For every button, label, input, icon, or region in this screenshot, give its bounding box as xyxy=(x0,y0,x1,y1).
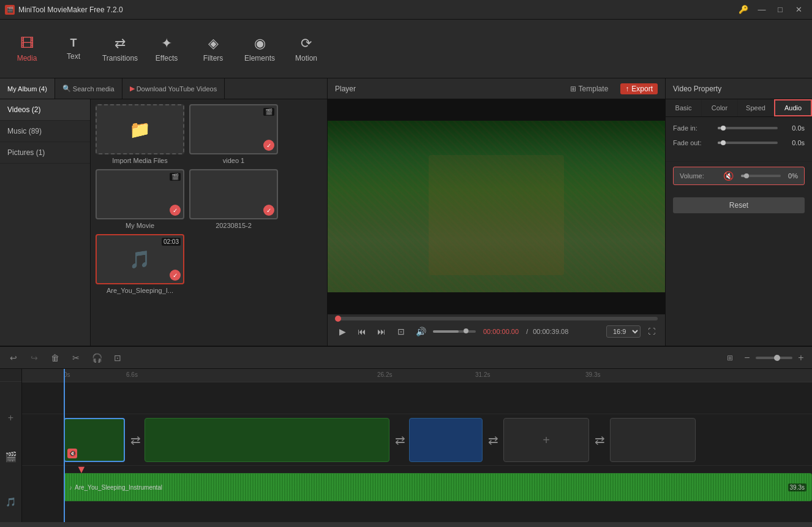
toolbar-media[interactable]: 🎞 Media xyxy=(5,25,49,74)
volume-label: Volume: xyxy=(680,172,720,180)
snapshot-btn[interactable]: ⊡ xyxy=(394,324,408,339)
tab-search-media[interactable]: 🔍 Search media xyxy=(55,78,122,99)
timeline-tracks: 0s 6.6s 26.2s 31.2s 39.3s 🔇 xyxy=(22,369,812,522)
player-area: Player ⊞ Template ↑ Export xyxy=(328,78,665,346)
toolbar-text[interactable]: T Text xyxy=(51,25,96,74)
music-duration: 02:03 xyxy=(162,238,181,246)
import-label: Import Media Files xyxy=(112,157,167,164)
empty-clip-2[interactable] xyxy=(610,418,696,462)
volume-section: Volume: 🔇 0% xyxy=(666,162,812,190)
prev-btn[interactable]: ⏮ xyxy=(355,324,369,339)
toolbar-filters[interactable]: ◈ Filters xyxy=(191,25,235,74)
close-btn[interactable]: ✕ xyxy=(790,4,807,16)
tab-youtube[interactable]: ▶ Download YouTube Videos xyxy=(122,78,225,99)
balloon-clip[interactable] xyxy=(145,418,389,462)
video-track-row: 🔇 ⇄ ⇄ xyxy=(22,414,812,466)
search-label: Search media xyxy=(73,85,115,93)
timeline-scrollbar[interactable] xyxy=(0,522,812,527)
vol-prop-dot xyxy=(744,173,749,178)
tab-my-album[interactable]: My Album (4) xyxy=(0,78,55,99)
mymovie-item[interactable]: 🎬 ✓ My Movie xyxy=(96,169,184,229)
next-btn[interactable]: ⏭ xyxy=(374,324,389,339)
window-controls: 🔑 — □ ✕ xyxy=(735,4,807,16)
import-media-item[interactable]: 📁 Import Media Files xyxy=(96,104,184,164)
vol-fill xyxy=(433,330,459,333)
video-badge: 🎬 xyxy=(263,108,274,116)
transitions-label: Transitions xyxy=(102,54,138,63)
mute-icon[interactable]: 🔇 xyxy=(723,171,734,181)
title-bar: 🎬 MiniTool MovieMaker Free 7.2.0 🔑 — □ ✕ xyxy=(0,0,812,20)
progress-bar[interactable] xyxy=(335,317,658,320)
tab-audio[interactable]: Audio xyxy=(774,99,812,116)
transition-1[interactable]: ⇄ xyxy=(126,418,145,462)
zoom-in-btn[interactable]: + xyxy=(795,352,807,364)
toolbar-elements[interactable]: ◉ Elements xyxy=(238,25,282,74)
minimize-btn[interactable]: — xyxy=(753,4,770,16)
zoom-controls: ⊞ − + xyxy=(721,349,807,366)
toolbar-effects[interactable]: ✦ Effects xyxy=(145,25,189,74)
transition-icon-4: ⇄ xyxy=(595,433,605,447)
track-label-top: + xyxy=(0,403,21,433)
audio-duration: 39.3s xyxy=(788,483,806,491)
aspect-ratio-select[interactable]: 16:9 4:3 1:1 9:16 xyxy=(606,325,641,338)
effects-label: Effects xyxy=(156,54,178,63)
transition-3[interactable]: ⇄ xyxy=(484,418,502,462)
export-icon: ↑ xyxy=(625,85,629,93)
transition-icon: ⇄ xyxy=(130,433,141,447)
sidebar-item-music[interactable]: Music (89) xyxy=(0,121,90,142)
track-label-audio: 🎵 xyxy=(0,482,21,522)
toolbar-transitions[interactable]: ⇄ Transitions xyxy=(98,25,142,74)
tab-speed[interactable]: Speed xyxy=(738,99,774,116)
audio-waveform[interactable]: ♪ Are_You_Sleeping_Instrumental 39.3s xyxy=(64,473,812,501)
delete-btn[interactable]: 🗑 xyxy=(47,349,64,366)
settings-btn[interactable]: 🔑 xyxy=(735,4,752,16)
empty-clip-1[interactable]: + xyxy=(503,418,589,462)
add-track-btn[interactable]: ⊞ xyxy=(721,349,739,366)
check-badge-video1: ✓ xyxy=(263,140,274,151)
zoom-out-btn[interactable]: − xyxy=(741,352,753,364)
transition-2[interactable]: ⇄ xyxy=(391,418,409,462)
audio-detach-btn[interactable]: 🎧 xyxy=(88,349,105,366)
fade-in-section: Fade in: 0.0s Fade out: 0.0s xyxy=(666,117,812,162)
video1-item[interactable]: 🎬 ✓ video 1 xyxy=(189,104,278,164)
export-label: Export xyxy=(631,85,653,93)
pictures-label: Pictures (1) xyxy=(7,148,45,157)
zoom-slider[interactable] xyxy=(756,357,792,359)
app-title: MiniTool MovieMaker Free 7.2.0 xyxy=(18,6,123,14)
beach-clip[interactable] xyxy=(409,418,483,462)
play-btn[interactable]: ▶ xyxy=(335,324,350,339)
beach-item[interactable]: ✓ 20230815-2 xyxy=(189,169,278,229)
basic-label: Basic xyxy=(675,104,692,112)
text-label: Text xyxy=(67,52,80,61)
timeline-toolbar: ↩ ↪ 🗑 ✂ 🎧 ⊡ ⊞ − + xyxy=(0,347,812,369)
tab-basic[interactable]: Basic xyxy=(666,99,702,116)
volume-btn[interactable]: 🔊 xyxy=(413,324,428,339)
right-panel: Video Property Basic Color Speed Audio F… xyxy=(665,78,812,346)
maximize-btn[interactable]: □ xyxy=(772,4,789,16)
volume-slider[interactable] xyxy=(433,330,476,333)
forest-bg xyxy=(328,121,665,292)
crop-btn[interactable]: ⊡ xyxy=(109,349,126,366)
zoom-dot xyxy=(774,355,780,361)
tab-color[interactable]: Color xyxy=(702,99,738,116)
template-btn[interactable]: ⊞ Template xyxy=(565,83,614,94)
volume-slider-prop[interactable] xyxy=(741,175,781,177)
sidebar-item-pictures[interactable]: Pictures (1) xyxy=(0,142,90,164)
fade-out-slider[interactable] xyxy=(718,142,778,144)
forest-clip[interactable]: 🔇 xyxy=(64,418,125,462)
redo-btn[interactable]: ↪ xyxy=(26,349,43,366)
fade-in-row: Fade in: 0.0s xyxy=(673,124,805,132)
transition-4[interactable]: ⇄ xyxy=(590,418,609,462)
reset-btn[interactable]: Reset xyxy=(673,197,805,213)
export-btn[interactable]: ↑ Export xyxy=(620,83,658,94)
import-folder-icon: 📁 xyxy=(129,119,151,140)
fade-in-slider[interactable] xyxy=(718,127,778,129)
music-item[interactable]: 🎵 02:03 ✓ Are_You_Sleeping_I... xyxy=(96,234,184,294)
fullscreen-btn[interactable]: ⛶ xyxy=(645,325,658,338)
sidebar-item-videos[interactable]: Videos (2) xyxy=(0,99,90,121)
elements-label: Elements xyxy=(244,54,275,63)
undo-btn[interactable]: ↩ xyxy=(5,349,22,366)
media-grid: 📁 Import Media Files 🎬 ✓ video 1 xyxy=(91,99,327,346)
cut-btn[interactable]: ✂ xyxy=(67,349,85,366)
toolbar-motion[interactable]: ⟳ Motion xyxy=(284,25,328,74)
